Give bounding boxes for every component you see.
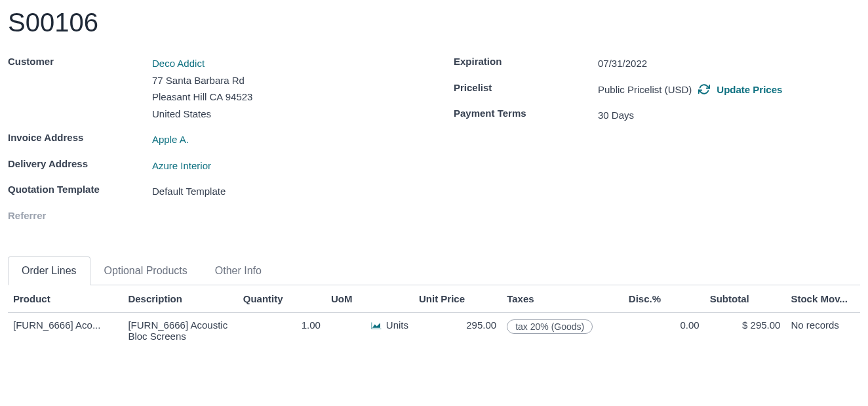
th-uom[interactable]: UoM <box>326 285 414 313</box>
table-row[interactable]: [FURN_6666] Aco... [FURN_6666] Acoustic … <box>8 312 860 348</box>
terms-label: Payment Terms <box>454 107 598 119</box>
referrer-label: Referrer <box>8 209 152 221</box>
customer-name-link[interactable]: Deco Addict <box>152 58 205 69</box>
forecast-icon[interactable] <box>370 321 382 331</box>
cell-discount[interactable]: 0.00 <box>623 312 705 348</box>
th-stock[interactable]: Stock Mov... <box>785 285 860 313</box>
terms-value[interactable]: 30 Days <box>598 107 860 124</box>
cell-unit-price[interactable]: 295.00 <box>414 312 502 348</box>
tab-optional-products[interactable]: Optional Products <box>90 256 201 285</box>
customer-addr-3: United States <box>152 108 211 119</box>
template-value[interactable]: Default Template <box>152 183 414 200</box>
pricelist-value[interactable]: Public Pricelist (USD) <box>598 81 692 98</box>
refresh-icon[interactable] <box>698 83 710 95</box>
th-quantity[interactable]: Quantity <box>238 285 326 313</box>
cell-uom-text: Units <box>386 319 408 331</box>
order-lines-table: Product Description Quantity UoM Unit Pr… <box>8 285 860 348</box>
th-unit-price[interactable]: Unit Price <box>414 285 502 313</box>
cell-description[interactable]: [FURN_6666] Acoustic Bloc Screens <box>123 312 237 348</box>
field-payment-terms: Payment Terms 30 Days <box>454 107 860 124</box>
invoice-label: Invoice Address <box>8 131 152 143</box>
customer-label: Customer <box>8 55 152 67</box>
invoice-value[interactable]: Apple A. <box>152 131 414 148</box>
update-prices-button[interactable]: Update Prices <box>717 81 782 98</box>
tab-other-info[interactable]: Other Info <box>201 256 275 285</box>
tab-order-lines[interactable]: Order Lines <box>8 256 90 285</box>
form-col-left: Customer Deco Addict 77 Santa Barbara Rd… <box>8 55 414 230</box>
th-subtotal[interactable]: Subtotal <box>705 285 786 313</box>
expiration-value[interactable]: 07/31/2022 <box>598 55 860 72</box>
cell-taxes[interactable]: tax 20% (Goods) <box>502 312 623 348</box>
tax-tag[interactable]: tax 20% (Goods) <box>507 319 593 334</box>
cell-product[interactable]: [FURN_6666] Aco... <box>8 312 123 348</box>
tabs: Order Lines Optional Products Other Info <box>8 256 860 285</box>
th-discount[interactable]: Disc.% <box>623 285 705 313</box>
field-invoice-address: Invoice Address Apple A. <box>8 131 414 148</box>
expiration-label: Expiration <box>454 55 598 67</box>
field-referrer: Referrer <box>8 209 414 221</box>
form-section: Customer Deco Addict 77 Santa Barbara Rd… <box>8 55 860 230</box>
delivery-value[interactable]: Azure Interior <box>152 157 414 174</box>
customer-value[interactable]: Deco Addict 77 Santa Barbara Rd Pleasant… <box>152 55 414 122</box>
customer-addr-2: Pleasant Hill CA 94523 <box>152 91 252 102</box>
cell-subtotal: $ 295.00 <box>705 312 786 348</box>
form-col-right: Expiration 07/31/2022 Pricelist Public P… <box>454 55 860 230</box>
pricelist-label: Pricelist <box>454 81 598 93</box>
cell-uom[interactable]: Units <box>326 312 414 348</box>
field-quotation-template: Quotation Template Default Template <box>8 183 414 200</box>
page-title: S00106 <box>8 8 860 37</box>
customer-addr-1: 77 Santa Barbara Rd <box>152 75 245 86</box>
cell-quantity[interactable]: 1.00 <box>238 312 326 348</box>
field-delivery-address: Delivery Address Azure Interior <box>8 157 414 174</box>
template-label: Quotation Template <box>8 183 152 195</box>
field-customer: Customer Deco Addict 77 Santa Barbara Rd… <box>8 55 414 122</box>
field-expiration: Expiration 07/31/2022 <box>454 55 860 72</box>
th-description[interactable]: Description <box>123 285 237 313</box>
th-product[interactable]: Product <box>8 285 123 313</box>
field-pricelist: Pricelist Public Pricelist (USD) Update … <box>454 81 860 98</box>
delivery-label: Delivery Address <box>8 157 152 169</box>
cell-stock: No records <box>785 312 860 348</box>
th-taxes[interactable]: Taxes <box>502 285 623 313</box>
